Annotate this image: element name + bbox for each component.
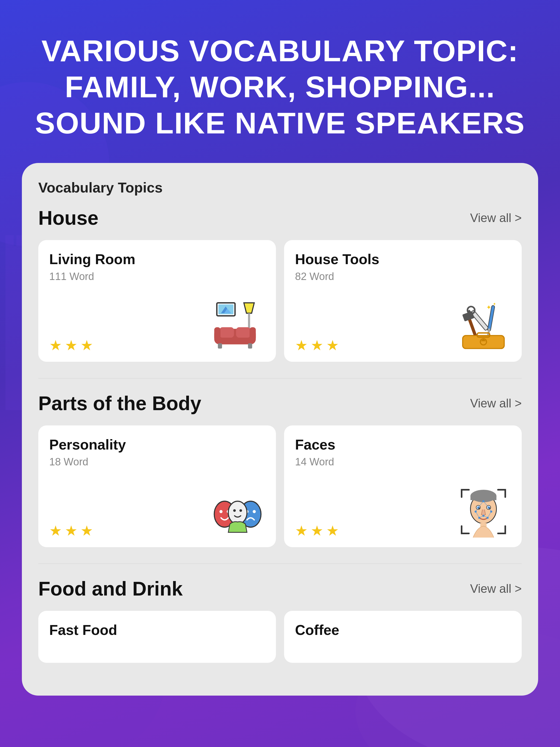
svg-point-60 bbox=[482, 515, 485, 517]
svg-text:✦: ✦ bbox=[486, 304, 491, 311]
topic-coffee[interactable]: Coffee bbox=[284, 611, 522, 663]
body-view-all[interactable]: View all > bbox=[470, 396, 522, 410]
house-section-title: House bbox=[38, 207, 98, 229]
divider-2 bbox=[38, 564, 522, 564]
svg-rect-23 bbox=[250, 327, 256, 340]
hero-title: VARIOUS VOCABULARY TOPIC: FAMILY, WORK, … bbox=[0, 0, 560, 163]
svg-rect-25 bbox=[248, 343, 252, 349]
svg-point-41 bbox=[220, 510, 223, 513]
svg-point-47 bbox=[233, 509, 236, 512]
svg-marker-16 bbox=[244, 303, 254, 313]
svg-rect-24 bbox=[218, 343, 222, 349]
topic-house-tools[interactable]: House Tools 82 Word ★ ★ ★ ✦ ✦ bbox=[284, 240, 522, 362]
section-food: Food and Drink View all > Fast Food Coff… bbox=[38, 577, 522, 663]
svg-rect-51 bbox=[470, 496, 497, 500]
living-room-count: 111 Word bbox=[49, 271, 265, 282]
food-section-title: Food and Drink bbox=[38, 577, 183, 600]
svg-point-48 bbox=[239, 509, 242, 512]
food-section-header: Food and Drink View all > bbox=[38, 577, 522, 600]
house-topics-grid: Living Room 111 Word ★ ★ ★ bbox=[38, 240, 522, 362]
card-title: Vocabulary Topics bbox=[38, 179, 522, 196]
svg-rect-1 bbox=[5, 235, 14, 252]
food-view-all[interactable]: View all > bbox=[470, 582, 522, 595]
svg-rect-22 bbox=[214, 327, 221, 340]
body-section-title: Parts of the Body bbox=[38, 392, 201, 414]
living-room-stars: ★ ★ ★ bbox=[49, 337, 93, 354]
faces-stars: ★ ★ ★ bbox=[295, 522, 339, 539]
house-view-all[interactable]: View all > bbox=[470, 211, 522, 225]
vocabulary-card: Vocabulary Topics House View all > Livin… bbox=[22, 163, 538, 696]
food-topics-grid: Fast Food Coffee Brea bbox=[38, 611, 522, 663]
personality-count: 18 Word bbox=[49, 456, 265, 468]
topic-fast-food[interactable]: Fast Food bbox=[38, 611, 276, 663]
house-tools-name: House Tools bbox=[295, 251, 511, 267]
faces-icon bbox=[456, 484, 511, 539]
body-topics-grid: Personality 18 Word ★ ★ ★ bbox=[38, 426, 522, 547]
divider-1 bbox=[38, 378, 522, 379]
svg-rect-20 bbox=[220, 327, 234, 338]
house-tools-count: 82 Word bbox=[295, 271, 511, 282]
topic-personality[interactable]: Personality 18 Word ★ ★ ★ bbox=[38, 426, 276, 547]
living-room-name: Living Room bbox=[49, 251, 265, 267]
section-house: House View all > Living Room 111 Word ★ … bbox=[38, 207, 522, 362]
house-tools-stars: ★ ★ ★ bbox=[295, 337, 339, 354]
svg-point-45 bbox=[253, 510, 256, 513]
topic-faces[interactable]: Faces 14 Word ★ ★ ★ bbox=[284, 426, 522, 547]
personality-icon bbox=[210, 484, 265, 539]
svg-rect-21 bbox=[236, 327, 251, 338]
faces-name: Faces bbox=[295, 436, 511, 453]
topic-living-room[interactable]: Living Room 111 Word ★ ★ ★ bbox=[38, 240, 276, 362]
personality-stars: ★ ★ ★ bbox=[49, 522, 93, 539]
house-section-header: House View all > bbox=[38, 207, 522, 229]
living-room-icon bbox=[210, 299, 265, 354]
svg-point-46 bbox=[228, 501, 247, 524]
house-tools-icon: ✦ ✦ bbox=[456, 299, 511, 354]
fast-food-name: Fast Food bbox=[49, 622, 265, 638]
personality-name: Personality bbox=[49, 436, 265, 453]
faces-count: 14 Word bbox=[295, 456, 511, 468]
coffee-name: Coffee bbox=[295, 622, 511, 638]
body-section-header: Parts of the Body View all > bbox=[38, 392, 522, 414]
section-body: Parts of the Body View all > Personality… bbox=[38, 392, 522, 547]
